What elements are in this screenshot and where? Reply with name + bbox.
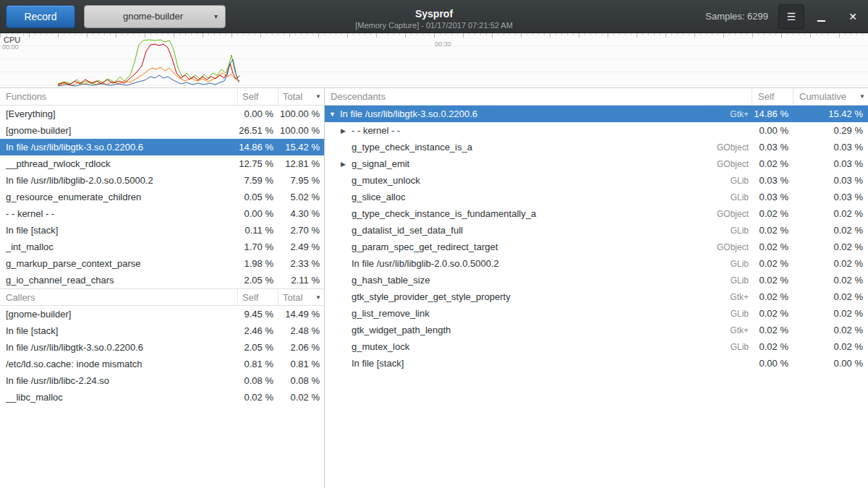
expander-icon[interactable]: ▼ [329,111,340,118]
table-row[interactable]: g_type_check_instance_is_fundamentally_a… [325,205,868,222]
function-name: g_type_check_instance_is_fundamentally_a [352,208,665,219]
table-row[interactable]: g_slice_allocGLib0.03 %0.03 % [325,189,868,205]
table-row[interactable]: g_resource_enumerate_children0.05 %5.02 … [0,189,324,205]
self-value: 0.00 % [752,358,793,369]
expander-icon[interactable]: ▶ [341,127,352,134]
self-value: 14.86 % [237,142,278,153]
left-pane: Functions Self Total ▼ [Everything]0.00 … [0,88,325,488]
main-content: Functions Self Total ▼ [Everything]0.00 … [0,88,868,488]
table-row[interactable]: __pthread_rwlock_rdlock12.75 %12.81 % [0,155,324,172]
function-name: g_io_channel_read_chars [0,275,237,286]
self-value: 0.02 % [752,291,793,302]
self-value: 0.00 % [237,108,278,119]
library-badge: GLib [665,176,752,186]
table-row[interactable]: ▶g_signal_emitGObject0.02 %0.03 % [325,155,868,172]
library-badge: GLib [665,226,752,236]
col-total[interactable]: Total ▼ [278,289,324,305]
col-self[interactable]: Self [237,88,278,105]
col-total[interactable]: Total ▼ [278,88,324,105]
function-name: In file /usr/lib/libgtk-3.so.0.2200.6 [0,342,237,353]
hamburger-icon: ☰ [787,11,796,22]
table-row[interactable]: [gnome-builder]9.45 %14.49 % [0,306,324,322]
table-row[interactable]: In file /usr/lib/libc-2.24.so0.08 %0.08 … [0,372,324,389]
table-row[interactable]: g_io_channel_read_chars2.05 %2.11 % [0,272,324,288]
total-value: 0.02 % [278,392,324,403]
table-row[interactable]: In file /usr/lib/libglib-2.0.so.0.5000.2… [0,172,324,189]
table-row[interactable]: In file /usr/lib/libglib-2.0.so.0.5000.2… [325,255,868,272]
cumulative-value: 0.02 % [793,275,868,286]
function-name: [gnome-builder] [0,125,237,136]
col-cumulative[interactable]: Cumulative ▼ [793,88,868,105]
table-row[interactable]: [Everything]0.00 %100.00 % [0,106,324,122]
table-row[interactable]: ▶- - kernel - -0.00 %0.29 % [325,122,868,139]
self-value: 0.02 % [752,241,793,252]
table-row[interactable]: g_type_check_instance_is_aGObject0.03 %0… [325,139,868,155]
function-name: In file /usr/lib/libgtk-3.so.0.2200.6 [0,142,237,153]
function-name: gtk_widget_path_length [352,325,665,335]
col-callers[interactable]: Callers [0,292,237,303]
table-row[interactable]: [gnome-builder]26.51 %100.00 % [0,122,324,139]
col-functions[interactable]: Functions [0,91,237,102]
minimize-button[interactable] [810,6,832,27]
functions-table: [Everything]0.00 %100.00 %[gnome-builder… [0,106,324,288]
table-row[interactable]: gtk_widget_path_lengthGtk+0.02 %0.02 % [325,322,868,338]
total-value: 15.42 % [278,142,324,153]
cumulative-value: 0.02 % [793,258,868,269]
table-row[interactable]: g_mutex_unlockGLib0.03 %0.03 % [325,172,868,189]
table-row[interactable]: ▼In file /usr/lib/libgtk-3.so.0.2200.6Gt… [325,106,868,122]
function-name: In file [stack] [0,325,237,336]
col-cumulative-label: Cumulative [799,91,846,102]
table-row[interactable]: g_datalist_id_set_data_fullGLib0.02 %0.0… [325,222,868,239]
self-value: 0.03 % [752,175,793,186]
function-name: __libc_malloc [0,392,237,403]
expander-icon[interactable]: ▶ [341,160,352,168]
cumulative-value: 0.02 % [793,291,868,302]
table-row[interactable]: g_markup_parse_context_parse1.98 %2.33 % [0,255,324,272]
record-button[interactable]: Record [6,5,75,28]
library-badge: GLib [665,275,752,286]
col-total-label: Total [283,91,302,102]
callers-table: [gnome-builder]9.45 %14.49 %In file [sta… [0,306,324,406]
self-value: 2.05 % [237,275,278,286]
function-name: g_param_spec_get_redirect_target [352,241,665,252]
total-value: 2.48 % [278,325,324,336]
col-self[interactable]: Self [237,289,278,305]
table-row[interactable]: __libc_malloc0.02 %0.02 % [0,389,324,406]
total-value: 2.33 % [278,258,324,269]
table-row[interactable]: In file [stack]0.00 %0.00 % [325,355,868,372]
self-value: 0.81 % [237,359,278,369]
table-row[interactable]: - - kernel - -0.00 %4.30 % [0,205,324,222]
sort-descending-icon: ▼ [315,294,321,301]
library-badge: GObject [665,209,752,219]
cpu-graph[interactable]: CPU 00:00 00:30 [0,33,868,88]
cumulative-value: 0.03 % [793,175,868,186]
function-name: g_datalist_id_set_data_full [352,225,665,236]
right-pane: Descendants Self Cumulative ▼ ▼In file /… [325,88,868,488]
target-dropdown[interactable]: gnome-builder ▾ [84,5,226,28]
function-name: g_mutex_unlock [352,175,665,186]
self-value: 0.02 % [752,308,793,319]
table-row[interactable]: g_param_spec_get_redirect_targetGObject0… [325,239,868,255]
col-self[interactable]: Self [752,88,793,105]
cumulative-value: 0.29 % [793,125,868,136]
table-row[interactable]: g_hash_table_sizeGLib0.02 %0.02 % [325,272,868,288]
table-row[interactable]: gtk_style_provider_get_style_propertyGtk… [325,288,868,305]
close-button[interactable]: ✕ [842,6,864,27]
table-row[interactable]: In file [stack]2.46 %2.48 % [0,322,324,339]
self-value: 0.05 % [237,192,278,202]
table-row[interactable]: In file /usr/lib/libgtk-3.so.0.2200.62.0… [0,339,324,356]
table-row[interactable]: _int_malloc1.70 %2.49 % [0,239,324,255]
chevron-down-icon: ▾ [214,12,218,20]
sort-descending-icon: ▼ [315,93,321,100]
table-row[interactable]: In file /usr/lib/libgtk-3.so.0.2200.614.… [0,139,324,155]
table-row[interactable]: /etc/ld.so.cache: inode mismatch0.81 %0.… [0,356,324,372]
table-row[interactable]: g_mutex_lockGLib0.02 %0.02 % [325,338,868,355]
menu-button[interactable]: ☰ [778,4,804,29]
table-row[interactable]: In file [stack]0.11 %2.70 % [0,222,324,239]
cpu-usage-lines [0,33,868,88]
function-name: g_signal_emit [352,158,665,169]
col-descendants[interactable]: Descendants [325,91,665,102]
function-name: In file /usr/lib/libglib-2.0.so.0.5000.2 [352,258,665,269]
total-value: 14.49 % [278,309,324,320]
table-row[interactable]: g_list_remove_linkGLib0.02 %0.02 % [325,305,868,322]
